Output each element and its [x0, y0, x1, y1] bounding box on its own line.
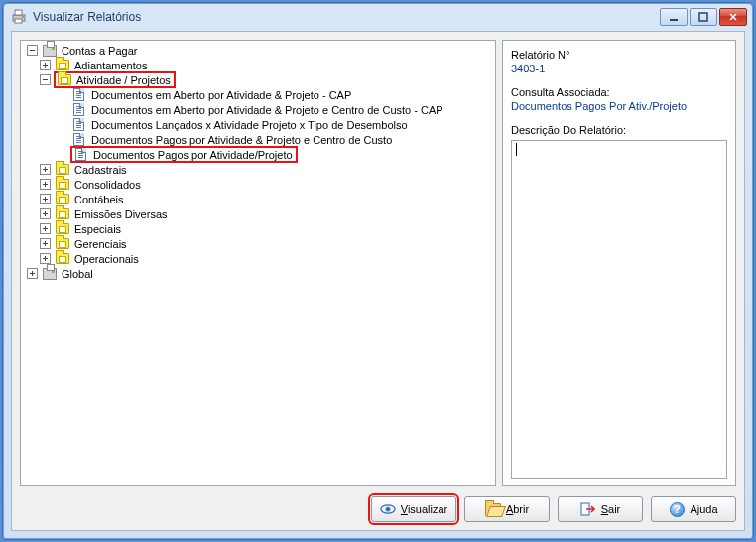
expand-icon[interactable]	[40, 194, 51, 204]
help-icon: ?	[669, 501, 685, 517]
tree-node[interactable]: Emissões Diversas	[40, 206, 493, 221]
printer-icon	[42, 44, 57, 57]
tree-leaf-selected[interactable]: Documentos Pagos por Atividade/Projeto	[57, 147, 493, 162]
sair-button[interactable]: Sair	[558, 496, 643, 522]
tree-node[interactable]: Gerenciais	[40, 236, 493, 251]
ajuda-button[interactable]: ? Ajuda	[651, 496, 736, 522]
folder-icon	[55, 252, 69, 265]
close-button[interactable]	[719, 8, 747, 26]
details-panel: Relatório N° 3403-1 Consulta Associada: …	[502, 40, 736, 486]
folder-open-icon	[485, 501, 501, 517]
tree-node-global[interactable]: Global	[23, 266, 493, 281]
document-icon	[71, 88, 86, 101]
highlight-box: Documentos Pagos por Atividade/Projeto	[70, 146, 298, 163]
abrir-button[interactable]: Abrir	[464, 496, 550, 522]
folder-icon	[55, 59, 69, 71]
expand-icon[interactable]	[40, 253, 51, 264]
tree-node[interactable]: Operacionais	[40, 251, 493, 266]
highlight-box: Atividade / Projetos	[54, 71, 176, 88]
description-label: Descrição Do Relatório:	[511, 124, 727, 136]
folder-icon	[57, 73, 71, 86]
tree-leaf[interactable]: Documentos Pagos por Atividade & Projeto…	[57, 132, 493, 147]
exit-icon	[580, 501, 596, 517]
tree-node-contas-a-pagar[interactable]: Contas a Pagar	[23, 43, 493, 58]
tree-leaf[interactable]: Documentos em Aberto por Atividade & Pro…	[57, 87, 493, 102]
folder-icon	[55, 178, 69, 191]
folder-icon	[55, 222, 69, 235]
expand-icon[interactable]	[40, 238, 51, 249]
report-number-value: 3403-1	[511, 63, 727, 74]
document-icon	[71, 103, 86, 116]
titlebar: Visualizar Relatórios	[3, 3, 753, 31]
expand-icon[interactable]	[27, 268, 38, 279]
maximize-button[interactable]	[690, 8, 717, 26]
expand-icon[interactable]	[40, 223, 51, 234]
svg-point-8	[387, 508, 389, 510]
tree-node[interactable]: Cadastrais	[40, 162, 493, 177]
expand-icon[interactable]	[40, 164, 51, 175]
document-icon	[71, 133, 86, 146]
tree-leaf[interactable]: Documentos Lançados x Atividade Projeto …	[57, 117, 493, 132]
report-number-label: Relatório N°	[511, 49, 727, 61]
client-area: Contas a Pagar Adiantamentos	[11, 31, 745, 531]
associated-query-value: Documentos Pagos Por Ativ./Projeto	[511, 100, 727, 112]
folder-icon	[55, 237, 69, 250]
button-bar: Visualizar Abrir Sair ? Ajuda	[12, 490, 744, 530]
svg-rect-4	[670, 19, 678, 21]
folder-icon	[55, 193, 69, 205]
collapse-icon[interactable]	[27, 45, 38, 56]
tree-node-adiantamentos[interactable]: Adiantamentos	[40, 58, 493, 72]
svg-rect-2	[15, 19, 22, 23]
window-frame: Visualizar Relatórios	[2, 2, 754, 540]
svg-point-3	[22, 16, 24, 18]
report-tree[interactable]: Contas a Pagar Adiantamentos	[20, 40, 496, 486]
tree-node[interactable]: Contábeis	[40, 192, 493, 206]
text-caret	[516, 143, 517, 156]
svg-rect-5	[699, 13, 707, 21]
expand-icon[interactable]	[40, 60, 51, 70]
eye-icon	[380, 501, 396, 517]
window-title: Visualizar Relatórios	[33, 10, 141, 24]
document-icon	[73, 148, 88, 161]
svg-rect-1	[15, 10, 22, 15]
expand-icon[interactable]	[40, 208, 51, 219]
tree-node[interactable]: Consolidados	[40, 177, 493, 192]
printer-icon	[11, 9, 27, 25]
associated-query-label: Consulta Associada:	[511, 86, 727, 98]
printer-icon	[42, 267, 57, 280]
folder-icon	[55, 207, 69, 220]
document-icon	[71, 118, 86, 131]
expand-icon[interactable]	[40, 179, 51, 190]
description-textarea[interactable]	[511, 140, 727, 479]
visualizar-button[interactable]: Visualizar	[371, 496, 456, 522]
tree-leaf[interactable]: Documentos em Aberto por Atividade & Pro…	[57, 102, 493, 117]
tree-node[interactable]: Especiais	[40, 221, 493, 236]
tree-node-atividade-projetos[interactable]: Atividade / Projetos	[40, 72, 493, 87]
folder-icon	[55, 163, 69, 176]
collapse-icon[interactable]	[40, 74, 51, 85]
minimize-button[interactable]	[660, 8, 688, 26]
